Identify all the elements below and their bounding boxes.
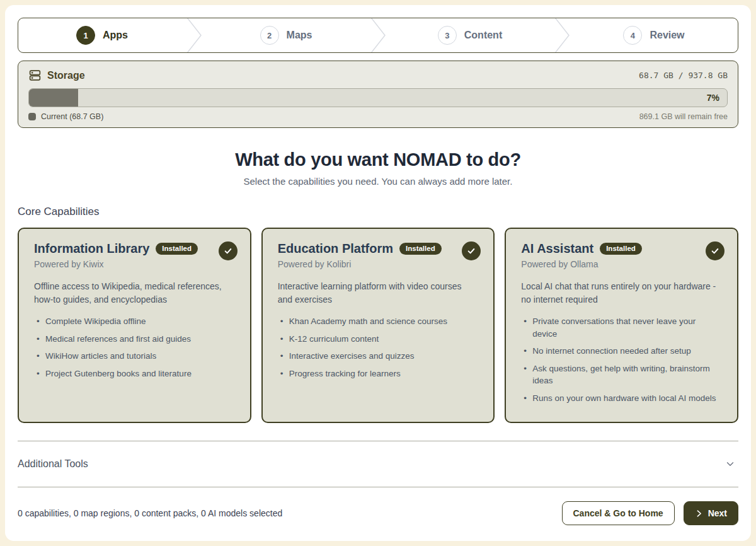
- feature-item: Progress tracking for learners: [278, 368, 479, 380]
- card-education-platform[interactable]: Education Platform Installed Powered by …: [261, 228, 495, 423]
- feature-item: Private conversations that never leave y…: [521, 315, 722, 340]
- step-number-badge: 3: [438, 26, 457, 45]
- installed-badge: Installed: [600, 243, 642, 255]
- feature-item: Runs on your own hardware with local AI …: [521, 392, 722, 405]
- installed-badge: Installed: [156, 243, 198, 255]
- setup-wizard-panel: 1 Apps 2 Maps 3 Content 4 Review: [5, 5, 751, 541]
- card-powered-by: Powered by Ollama: [521, 259, 722, 269]
- card-information-library[interactable]: Information Library Installed Powered by…: [18, 228, 251, 423]
- card-title: Information Library: [34, 241, 149, 256]
- card-ai-assistant[interactable]: AI Assistant Installed Powered by Ollama…: [505, 228, 738, 423]
- storage-panel: Storage 68.7 GB / 937.8 GB 7% Current (6…: [18, 61, 738, 128]
- feature-item: Interactive exercises and quizzes: [278, 350, 479, 363]
- feature-item: Project Gutenberg books and literature: [34, 368, 235, 380]
- wizard-stepper: 1 Apps 2 Maps 3 Content 4 Review: [18, 18, 738, 53]
- step-content[interactable]: 3 Content: [386, 18, 554, 52]
- feature-item: Khan Academy math and science courses: [278, 315, 479, 328]
- core-capabilities-heading: Core Capabilities: [18, 206, 738, 218]
- storage-progress-bar: 7%: [28, 88, 728, 107]
- cancel-button[interactable]: Cancel & Go to Home: [562, 501, 675, 525]
- feature-item: No internet connection needed after setu…: [521, 345, 722, 357]
- storage-title: Storage: [47, 70, 85, 81]
- legend-current-dot: [28, 113, 36, 120]
- legend-current-label: Current (68.7 GB): [41, 112, 103, 121]
- step-apps[interactable]: 1 Apps: [18, 18, 186, 52]
- step-label: Content: [464, 30, 502, 41]
- card-feature-list: Private conversations that never leave y…: [521, 315, 722, 404]
- step-label: Apps: [103, 30, 128, 41]
- chevron-right-icon: [695, 509, 703, 518]
- step-label: Maps: [287, 30, 312, 41]
- card-powered-by: Powered by Kolibri: [278, 259, 479, 269]
- storage-remaining-label: 869.1 GB will remain free: [639, 112, 728, 121]
- step-number-badge: 2: [260, 26, 279, 45]
- page-subtitle: Select the capabilities you need. You ca…: [18, 176, 738, 187]
- card-description: Interactive learning platform with video…: [278, 280, 479, 306]
- card-feature-list: Khan Academy math and science courses K-…: [278, 315, 479, 380]
- step-separator-icon: [370, 18, 386, 52]
- installed-badge: Installed: [399, 243, 442, 255]
- additional-tools-label: Additional Tools: [18, 458, 88, 470]
- next-button-label: Next: [708, 508, 727, 518]
- feature-item: K-12 curriculum content: [278, 333, 479, 346]
- selection-summary: 0 capabilities, 0 map regions, 0 content…: [18, 508, 282, 518]
- step-label: Review: [650, 30, 684, 41]
- selected-check-icon: [706, 241, 724, 260]
- step-maps[interactable]: 2 Maps: [202, 18, 370, 52]
- card-description: Local AI chat that runs entirely on your…: [521, 280, 722, 306]
- storage-percent-label: 7%: [707, 93, 719, 103]
- storage-progress-fill: [29, 89, 78, 107]
- step-number-badge: 1: [76, 26, 95, 45]
- feature-item: Ask questions, get help with writing, br…: [521, 363, 722, 387]
- additional-tools-toggle[interactable]: Additional Tools: [18, 441, 738, 487]
- feature-item: Complete Wikipedia offline: [34, 315, 235, 328]
- capability-cards: Information Library Installed Powered by…: [18, 228, 738, 423]
- feature-item: WikiHow articles and tutorials: [34, 350, 235, 363]
- selected-check-icon: [219, 241, 238, 260]
- card-powered-by: Powered by Kiwix: [34, 259, 235, 269]
- selected-check-icon: [462, 241, 481, 260]
- step-separator-icon: [554, 18, 570, 52]
- card-title: AI Assistant: [521, 241, 593, 256]
- storage-database-icon: [28, 69, 42, 82]
- page-title: What do you want NOMAD to do?: [18, 149, 738, 170]
- feature-item: Medical references and first aid guides: [34, 333, 235, 346]
- step-separator-icon: [186, 18, 202, 52]
- card-description: Offline access to Wikipedia, medical ref…: [34, 280, 235, 306]
- card-title: Education Platform: [278, 241, 393, 256]
- step-review[interactable]: 4 Review: [570, 18, 738, 52]
- card-feature-list: Complete Wikipedia offline Medical refer…: [34, 315, 235, 380]
- storage-usage-text: 68.7 GB / 937.8 GB: [639, 71, 728, 80]
- cancel-button-label: Cancel & Go to Home: [573, 508, 663, 518]
- next-button[interactable]: Next: [684, 501, 738, 525]
- step-number-badge: 4: [623, 26, 642, 45]
- chevron-down-icon: [724, 458, 736, 470]
